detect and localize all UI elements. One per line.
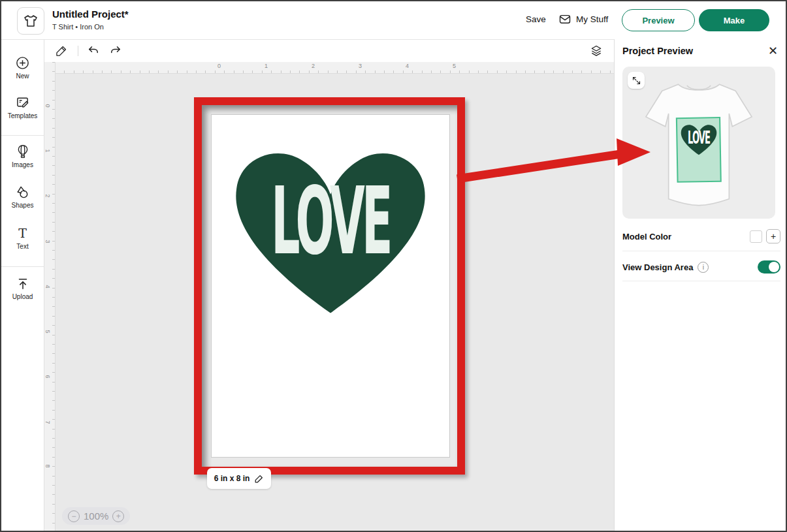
layers-icon	[590, 44, 603, 57]
shapes-icon	[1, 184, 44, 200]
sidebar-item-label: Images	[1, 161, 44, 168]
sidebar-divider	[1, 266, 44, 267]
preview-card: LOVE	[622, 67, 775, 219]
my-stuff-label: My Stuff	[576, 14, 608, 24]
undo-icon	[87, 44, 100, 57]
ruler-number: 2	[312, 63, 315, 69]
layers-button[interactable]	[588, 42, 605, 59]
project-subtitle: T Shirt • Iron On	[52, 23, 104, 31]
info-icon[interactable]: i	[698, 262, 709, 273]
pencil-icon	[55, 44, 68, 57]
tshirt-icon	[23, 13, 39, 29]
sidebar-item-new[interactable]: New	[1, 55, 44, 80]
ruler-number: 7	[44, 420, 51, 424]
left-sidebar: New Templates Images	[1, 39, 44, 532]
expand-preview-button[interactable]	[628, 72, 645, 89]
artboard-size-label: 6 in x 8 in	[214, 474, 250, 483]
edit-size-pencil-icon	[254, 473, 264, 483]
my-stuff-button[interactable]: My Stuff	[558, 12, 608, 25]
sidebar-item-images[interactable]: Images	[1, 144, 44, 168]
love-word-preview: LOVE	[688, 127, 710, 148]
project-title: Untitled Project*	[52, 8, 129, 20]
sidebar-item-upload[interactable]: Upload	[1, 275, 44, 300]
zoom-control: − 100% +	[62, 507, 130, 525]
project-preview-panel: Project Preview ✕	[614, 39, 787, 532]
ruler-number: 3	[44, 240, 51, 243]
top-bar: Untitled Project* T Shirt • Iron On Save…	[1, 1, 787, 40]
design-artboard[interactable]: LOVE	[211, 114, 450, 458]
sidebar-item-label: Upload	[1, 293, 44, 300]
ruler-number: 1	[44, 149, 51, 152]
balloon-icon	[1, 144, 44, 159]
sidebar-divider	[1, 135, 44, 136]
app-window: Untitled Project* T Shirt • Iron On Save…	[0, 0, 787, 532]
zoom-in-button[interactable]: +	[112, 510, 124, 522]
love-word: LOVE	[271, 167, 389, 275]
view-design-area-row: View Design Area i	[622, 256, 780, 278]
plus-circle-icon	[1, 55, 44, 70]
view-design-area-toggle[interactable]	[758, 260, 780, 274]
make-button[interactable]: Make	[699, 9, 769, 31]
ruler-number: 1	[265, 63, 268, 69]
close-icon[interactable]: ✕	[768, 44, 778, 58]
expand-icon	[632, 74, 641, 86]
panel-divider	[622, 281, 780, 281]
tshirt-preview-image: LOVE	[639, 73, 758, 216]
panel-title: Project Preview	[622, 46, 693, 56]
upload-icon	[1, 275, 44, 291]
ruler-number: 5	[453, 63, 456, 69]
ruler-number: 8	[44, 464, 51, 467]
model-color-label: Model Color	[622, 232, 671, 242]
sidebar-item-shapes[interactable]: Shapes	[1, 184, 44, 209]
model-color-row: Model Color +	[622, 225, 780, 247]
preview-button[interactable]: Preview	[622, 9, 695, 31]
text-icon: T	[1, 225, 44, 241]
ruler-number: 3	[359, 63, 362, 69]
templates-icon	[1, 95, 44, 110]
sidebar-item-label: Shapes	[1, 202, 44, 209]
canvas-area[interactable]: 0 1 2 3 4 5 0 1 2 3 4 5 6 7 8 LOVE	[44, 39, 614, 532]
ruler-number: 4	[406, 63, 409, 69]
project-type-button[interactable]	[17, 7, 44, 35]
sidebar-item-templates[interactable]: Templates	[1, 95, 44, 119]
toggle-knob	[769, 262, 779, 272]
ruler-number: 6	[44, 375, 51, 378]
ruler-number: 0	[217, 63, 221, 69]
edit-pencil-button[interactable]	[53, 42, 70, 59]
save-button[interactable]: Save	[526, 14, 546, 24]
ruler-number: 4	[44, 285, 51, 288]
canvas-toolbar	[44, 39, 614, 62]
toolbar-divider	[78, 46, 78, 56]
love-heart-design[interactable]: LOVE	[227, 140, 434, 317]
zoom-out-button[interactable]: −	[68, 510, 80, 522]
redo-icon	[109, 44, 122, 57]
view-design-area-label: View Design Area	[622, 262, 693, 272]
horizontal-ruler: 0 1 2 3 4 5	[55, 62, 614, 74]
envelope-icon	[558, 12, 571, 25]
ruler-number: 5	[44, 330, 51, 333]
zoom-level: 100%	[84, 510, 108, 522]
artboard-size-badge[interactable]: 6 in x 8 in	[207, 468, 271, 489]
vertical-ruler: 0 1 2 3 4 5 6 7 8	[44, 62, 56, 532]
ruler-number: 2	[44, 194, 51, 197]
model-color-swatch[interactable]	[750, 230, 762, 243]
ruler-number: 0	[44, 104, 51, 107]
sidebar-item-label: Text	[1, 243, 44, 250]
sidebar-item-label: New	[1, 72, 44, 80]
undo-button[interactable]	[85, 42, 102, 59]
annotation-highlight-box: LOVE	[194, 97, 465, 475]
add-model-color-button[interactable]: +	[766, 229, 780, 243]
redo-button[interactable]	[107, 42, 124, 59]
panel-divider	[622, 251, 780, 251]
sidebar-item-text[interactable]: T Text	[1, 225, 44, 250]
sidebar-item-label: Templates	[1, 112, 44, 119]
